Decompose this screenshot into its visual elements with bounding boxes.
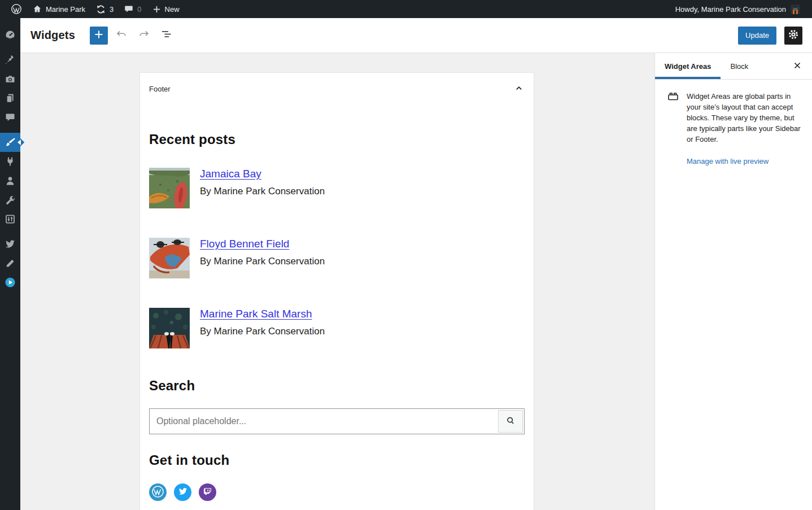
admin-bar: Marine Park 3 0 New Howdy, Marine Park C… — [0, 0, 812, 18]
search-heading: Search — [149, 378, 525, 394]
wrench-icon — [5, 194, 16, 206]
inspector-tabs: Widget Areas Block — [655, 53, 812, 80]
search-submit-button[interactable] — [498, 410, 523, 433]
settings-button[interactable] — [784, 27, 802, 45]
pages-icon — [5, 93, 16, 104]
wordpress-logo-icon — [11, 3, 22, 15]
tab-block[interactable]: Block — [721, 53, 758, 79]
undo-button[interactable] — [112, 27, 130, 45]
new-content-menu[interactable]: New — [147, 0, 185, 18]
twitter-social-link[interactable] — [174, 483, 191, 501]
widget-area-icon — [666, 91, 680, 145]
account-menu[interactable]: Howdy, Marine Park Conservation — [670, 0, 805, 18]
post-byline: By Marine Park Conservation — [200, 186, 325, 197]
avatar — [791, 5, 800, 14]
play-circle-icon — [5, 277, 16, 288]
chevron-up-icon — [513, 82, 525, 95]
comments-bubble-icon — [5, 112, 16, 123]
menu-item-appearance[interactable] — [0, 133, 20, 152]
post-link[interactable]: Marine Park Salt Marsh — [200, 308, 312, 320]
menu-item-settings[interactable] — [0, 210, 20, 229]
twitter-icon — [178, 486, 188, 498]
collapse-panel-button[interactable] — [513, 82, 525, 95]
updates-menu[interactable]: 3 — [90, 0, 119, 18]
twitch-social-link[interactable] — [199, 483, 216, 501]
recent-post-item: Marine Park Salt Marsh By Marine Park Co… — [149, 308, 525, 348]
post-thumbnail-jamaica-bay[interactable] — [149, 168, 190, 208]
search-icon — [504, 415, 517, 429]
sliders-icon — [5, 213, 16, 225]
comments-icon — [124, 4, 134, 14]
gear-icon — [788, 29, 799, 42]
menu-item-tools[interactable] — [0, 190, 20, 210]
wordpress-social-link[interactable] — [149, 483, 167, 501]
close-sidebar-button[interactable] — [788, 57, 806, 75]
search-input[interactable] — [149, 408, 525, 434]
menu-item-videopress[interactable] — [0, 273, 20, 292]
block-inserter-button[interactable] — [90, 27, 108, 45]
editor-canvas: Footer Recent posts Jamaica Bay By Marin… — [20, 53, 654, 510]
list-view-button[interactable] — [158, 27, 176, 45]
menu-item-plugins[interactable] — [0, 152, 20, 171]
paintbrush-icon — [5, 137, 16, 148]
plus-icon — [93, 29, 104, 42]
footer-widget-area-panel: Footer Recent posts Jamaica Bay By Marin… — [139, 72, 534, 510]
editor-header: Widgets Update — [20, 18, 812, 53]
comments-count: 0 — [137, 5, 141, 14]
pushpin-icon — [5, 54, 16, 66]
site-menu[interactable]: Marine Park — [27, 0, 90, 18]
post-thumbnail-floyd-bennet-field[interactable] — [149, 238, 190, 278]
get-in-touch-heading: Get in touch — [149, 452, 525, 468]
menu-item-media[interactable] — [0, 69, 20, 89]
admin-menu — [0, 18, 20, 510]
recent-post-item: Jamaica Bay By Marine Park Conservation — [149, 168, 525, 208]
menu-item-users[interactable] — [0, 171, 20, 190]
menu-item-pages[interactable] — [0, 89, 20, 108]
menu-item-comments[interactable] — [0, 108, 20, 127]
list-view-icon — [160, 28, 173, 43]
recent-posts-heading: Recent posts — [149, 132, 525, 147]
menu-item-edit[interactable] — [0, 254, 20, 273]
media-icon — [5, 73, 16, 85]
site-name: Marine Park — [46, 5, 85, 14]
post-thumbnail-marine-park-salt-marsh[interactable] — [149, 308, 190, 348]
post-link[interactable]: Jamaica Bay — [200, 168, 261, 180]
home-icon — [32, 4, 42, 14]
twitch-icon — [203, 487, 212, 498]
pencil-icon — [5, 258, 16, 269]
close-icon — [792, 60, 802, 72]
redo-icon — [137, 28, 151, 43]
menu-item-posts[interactable] — [0, 50, 20, 69]
new-label: New — [165, 5, 180, 14]
wordpress-widgets-editor: Marine Park 3 0 New Howdy, Marine Park C… — [0, 0, 812, 510]
updates-count: 3 — [110, 5, 113, 14]
inspector-sidebar: Widget Areas Block Widget Areas are glob… — [654, 53, 812, 510]
menu-item-dashboard[interactable] — [0, 25, 20, 45]
post-link[interactable]: Floyd Bennet Field — [200, 238, 289, 250]
dashboard-icon — [5, 29, 16, 41]
page-title: Widgets — [30, 29, 75, 42]
widget-areas-description: Widget Areas are global parts in your si… — [687, 91, 801, 145]
plug-icon — [5, 156, 16, 167]
user-icon — [5, 175, 16, 186]
wordpress-logo-menu[interactable] — [6, 0, 27, 18]
update-button[interactable]: Update — [738, 27, 776, 45]
tab-widget-areas[interactable]: Widget Areas — [655, 53, 721, 79]
twitter-icon — [5, 238, 16, 250]
social-links-widget — [149, 483, 525, 501]
post-byline: By Marine Park Conservation — [200, 256, 325, 267]
wordpress-icon — [149, 483, 167, 502]
search-widget — [149, 408, 525, 434]
post-byline: By Marine Park Conservation — [200, 326, 325, 337]
undo-icon — [115, 28, 128, 43]
plus-icon — [152, 5, 161, 14]
widget-area-title: Footer — [149, 85, 171, 93]
recent-post-item: Floyd Bennet Field By Marine Park Conser… — [149, 238, 525, 278]
redo-button[interactable] — [135, 27, 153, 45]
updates-icon — [95, 4, 106, 15]
howdy-text: Howdy, Marine Park Conservation — [675, 5, 786, 14]
comments-menu[interactable]: 0 — [119, 0, 146, 18]
manage-live-preview-link[interactable]: Manage with live preview — [687, 157, 769, 165]
menu-item-twitter-plugin[interactable] — [0, 234, 20, 254]
